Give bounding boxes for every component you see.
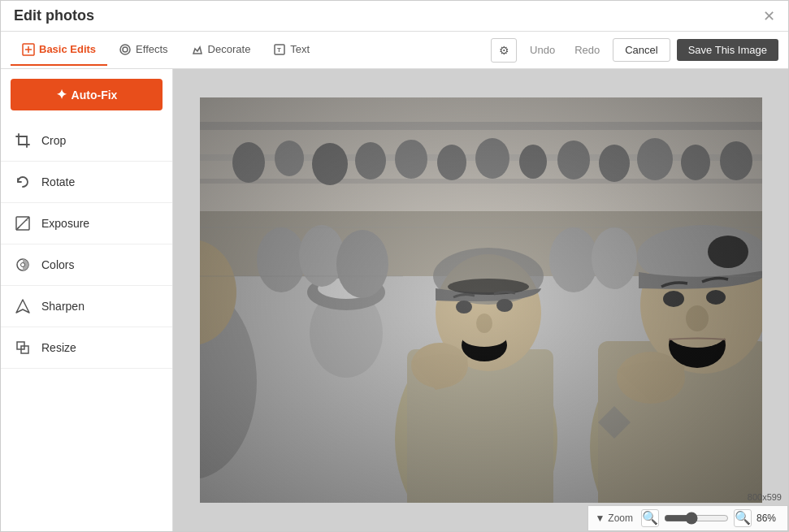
zoom-value: 86% (756, 513, 781, 524)
rotate-icon (14, 173, 32, 191)
crop-icon (14, 132, 32, 149)
autofix-button[interactable]: ✦ Auto-Fix (11, 79, 163, 110)
svg-rect-71 (200, 97, 762, 503)
sidebar-item-rotate[interactable]: Rotate (1, 162, 172, 203)
zoom-triangle-icon: ▼ (595, 513, 605, 524)
tab-basic-edits-label: Basic Edits (39, 43, 96, 55)
sidebar-item-exposure-label: Exposure (41, 217, 89, 230)
resize-icon (14, 339, 32, 357)
svg-text:+: + (17, 225, 20, 230)
tab-decorate-label: Decorate (208, 43, 251, 55)
zoom-in-icon: 🔍 (735, 512, 751, 525)
photo-svg (200, 97, 762, 503)
sidebar-item-colors[interactable]: Colors (1, 244, 172, 286)
svg-text:−: − (25, 218, 28, 223)
exposure-icon: + − (14, 214, 32, 232)
window-title: Edit photos (14, 7, 94, 24)
colors-icon (14, 256, 32, 274)
sidebar-item-colors-label: Colors (41, 258, 74, 271)
svg-text:T: T (277, 46, 281, 54)
effects-icon (119, 43, 132, 56)
photo-canvas (200, 97, 762, 503)
cancel-button[interactable]: Cancel (613, 38, 670, 62)
zoom-label-area: ▼ Zoom (595, 513, 633, 524)
sidebar: ✦ Auto-Fix Crop (1, 69, 173, 531)
undo-button[interactable]: Undo (523, 41, 561, 59)
redo-button[interactable]: Redo (568, 41, 606, 59)
sidebar-item-sharpen-label: Sharpen (41, 300, 85, 313)
autofix-label: Auto-Fix (72, 89, 118, 102)
sidebar-item-sharpen[interactable]: Sharpen (1, 286, 172, 327)
save-button[interactable]: Save This Image (677, 39, 778, 61)
toolbar-right: ⚙ Undo Redo Cancel Save This Image (491, 38, 778, 63)
decorate-icon (191, 43, 204, 56)
sidebar-item-crop-label: Crop (41, 134, 66, 147)
zoom-label: Zoom (608, 513, 633, 524)
text-icon: T (273, 43, 286, 56)
zoom-bar: ▼ Zoom 🔍 🔍 86% (587, 505, 788, 531)
settings-button[interactable]: ⚙ (491, 38, 517, 63)
tab-effects[interactable]: Effects (107, 35, 180, 66)
tab-decorate[interactable]: Decorate (180, 35, 262, 66)
main-content: ✦ Auto-Fix Crop (1, 69, 788, 531)
sidebar-item-resize-label: Resize (41, 341, 76, 354)
tab-effects-label: Effects (136, 43, 168, 55)
sidebar-item-resize[interactable]: Resize (1, 327, 172, 369)
autofix-icon: ✦ (56, 87, 67, 102)
sidebar-item-rotate-label: Rotate (41, 175, 75, 188)
svg-point-4 (123, 47, 128, 52)
gear-icon: ⚙ (499, 44, 509, 57)
zoom-in-button[interactable]: 🔍 (734, 509, 752, 527)
sidebar-item-exposure[interactable]: + − Exposure (1, 203, 172, 244)
image-dimensions: 800x599 (748, 492, 782, 502)
sharpen-icon (14, 297, 32, 315)
basic-edits-icon (22, 43, 35, 56)
tab-text[interactable]: T Text (262, 35, 321, 66)
svg-point-3 (120, 45, 130, 54)
zoom-out-button[interactable]: 🔍 (641, 509, 659, 527)
image-area: 800x599 ▼ Zoom 🔍 🔍 86% (173, 69, 788, 531)
sidebar-item-crop[interactable]: Crop (1, 120, 172, 162)
title-bar: Edit photos ✕ (1, 1, 788, 32)
tab-text-label: Text (290, 43, 310, 55)
zoom-out-icon: 🔍 (642, 512, 658, 525)
tab-basic-edits[interactable]: Basic Edits (11, 35, 107, 66)
edit-photos-window: Edit photos ✕ Basic Edits Eff (0, 0, 789, 532)
zoom-slider[interactable] (664, 512, 729, 525)
main-toolbar: Basic Edits Effects Decorate (1, 32, 788, 69)
svg-point-11 (21, 263, 25, 267)
close-button[interactable]: ✕ (763, 9, 775, 24)
